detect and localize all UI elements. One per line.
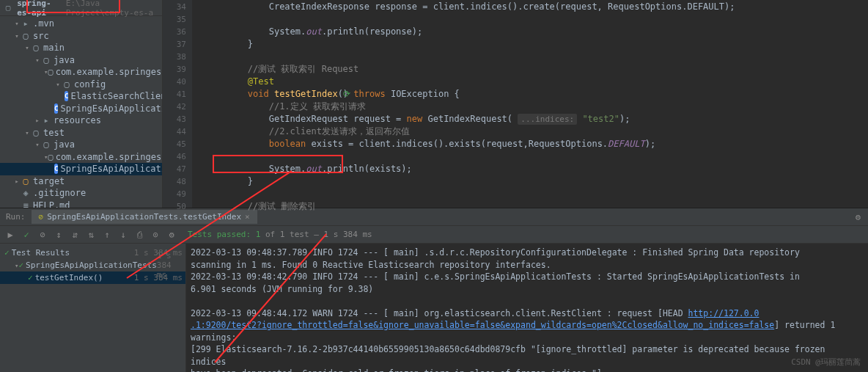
check-icon[interactable]: ✓ bbox=[21, 229, 32, 241]
code-l38 bbox=[205, 51, 868, 63]
line-number: 35 bbox=[163, 13, 186, 26]
test-icon: ⊘ bbox=[39, 212, 44, 222]
test-tree[interactable]: ✓ Test Results 1 s 384 ms ▾ ✓ SpringEsAp… bbox=[0, 244, 186, 372]
line-number: 38 bbox=[163, 51, 186, 63]
line-number: 40 bbox=[163, 76, 186, 88]
sort-icon[interactable]: ↕ bbox=[53, 229, 65, 241]
run-toolbar: ▶ ✓ ⊘ ↕ ⇵ ⇅ ↑ ↓ ⎙ ⊙ ⚙ Tests passed: 1 of… bbox=[0, 226, 868, 244]
pkg-icon: ▢ bbox=[48, 152, 53, 162]
code-l42: //1.定义 获取索引请求 bbox=[205, 101, 868, 113]
console-line: .1:9200/test2?ignore_throttled=false&ign… bbox=[191, 319, 864, 343]
watermark: CSDN @玛丽莲茼蒿 bbox=[791, 357, 861, 368]
pkg-icon: ▢ bbox=[62, 79, 72, 90]
ok-icon: ✓ bbox=[4, 248, 10, 258]
line-number: 37 bbox=[163, 38, 186, 51]
code-l48: } bbox=[205, 175, 868, 188]
class-icon: C bbox=[54, 103, 58, 114]
ok-icon: ✓ bbox=[28, 273, 33, 282]
next-icon[interactable]: ↓ bbox=[117, 229, 129, 241]
tree-item-java[interactable]: ▾▢java bbox=[0, 139, 162, 151]
src-icon: ▢ bbox=[31, 43, 41, 53]
settings-icon[interactable]: ⚙ bbox=[166, 229, 177, 241]
gear-icon[interactable]: ⚙ bbox=[856, 212, 861, 222]
export-icon[interactable]: ⎙ bbox=[133, 229, 145, 241]
src-icon: ▢ bbox=[21, 31, 31, 41]
test-method-row[interactable]: ✓ testGetIndex() 1 s 384 ms bbox=[0, 271, 185, 284]
folder-icon: ▢ bbox=[4, 3, 12, 13]
console-line: [299 Elasticsearch-7.16.2-2b937c44140b65… bbox=[191, 343, 864, 368]
tree-item-resources[interactable]: ▸▸resources bbox=[0, 114, 162, 127]
run-panel: Run: ⊘ SpringEsApiApplicationTests.testG… bbox=[0, 208, 868, 372]
tree-label: java bbox=[54, 139, 75, 150]
tree-label: com.example.springesapi bbox=[56, 152, 162, 162]
chevron-icon: ▾ bbox=[13, 20, 21, 27]
chevron-icon: ▾ bbox=[54, 81, 62, 88]
chevron-icon: ▾ bbox=[34, 56, 41, 64]
tree-item--mvn[interactable]: ▾▸.mvn bbox=[0, 18, 162, 30]
tree-item-src[interactable]: ▾▢src bbox=[0, 30, 162, 43]
file-icon: ≡ bbox=[21, 200, 31, 208]
tree-label: HELP.md bbox=[33, 200, 70, 208]
ok-icon: ✓ bbox=[18, 260, 23, 270]
project-name: spring-es-api bbox=[17, 0, 63, 18]
tree-label: .gitignore bbox=[33, 188, 86, 198]
project-sidebar: ▢ spring-es-api E:\Java Project\empty-es… bbox=[0, 0, 163, 208]
git-icon: ◈ bbox=[21, 188, 31, 198]
tree-item-target[interactable]: ▸▢target bbox=[0, 175, 162, 188]
close-icon[interactable]: × bbox=[245, 212, 250, 222]
url-link[interactable]: .1:9200/test2?ignore_throttled=false&ign… bbox=[191, 320, 774, 330]
console-line: 2022-03-13 09:48:44.172 WARN 1724 --- [ … bbox=[191, 307, 864, 320]
chevron-icon: ▾ bbox=[23, 129, 31, 136]
tree-item-help-md[interactable]: ≡HELP.md bbox=[0, 200, 162, 208]
line-number: 41 bbox=[163, 88, 186, 101]
breadcrumb: ▢ spring-es-api E:\Java Project\empty-es… bbox=[0, 0, 162, 16]
project-tree[interactable]: ▾▸.mvn▾▢src▾▢main▾▢java▾▢com.example.spr… bbox=[0, 16, 162, 208]
class-icon: C bbox=[65, 91, 68, 101]
url-link[interactable]: http://127.0.0 bbox=[688, 308, 760, 318]
tree-item-springesapiapplication[interactable]: CSpringEsApiApplication bbox=[0, 103, 162, 115]
tree-item-com-example-springesapi[interactable]: ▾▢com.example.springesapi bbox=[0, 151, 162, 164]
line-number: 49 bbox=[163, 188, 186, 200]
code-editor[interactable]: 3435363738394041424344454647484950 Creat… bbox=[163, 0, 868, 208]
tree-label: SpringEsApiApplicationTes bbox=[60, 164, 162, 174]
code-l40: @Test bbox=[205, 76, 868, 88]
test-class-row[interactable]: ▾ ✓ SpringEsApiApplicationTests 1 s 384 … bbox=[0, 259, 185, 271]
tree-label: target bbox=[33, 176, 65, 186]
class-icon: C bbox=[54, 164, 58, 174]
tree-item-elasticsearchclientconf[interactable]: CElasticSearchClientConf bbox=[0, 90, 162, 103]
test-status: Tests passed: 1 of 1 test – 1 s 384 ms bbox=[188, 230, 372, 239]
tree-item-com-example-springesapi[interactable]: ▾▢com.example.springesapi bbox=[0, 66, 162, 79]
filter-fail-icon[interactable]: ⊘ bbox=[37, 229, 48, 241]
line-gutter: 3435363738394041424344454647484950 bbox=[163, 0, 192, 208]
tree-item-java[interactable]: ▾▢java bbox=[0, 54, 162, 67]
tree-label: main bbox=[43, 43, 65, 53]
rerun-icon[interactable]: ▶ bbox=[4, 229, 16, 241]
tree-item-test[interactable]: ▾▢test bbox=[0, 127, 162, 139]
test-method-time: 1 s 384 ms bbox=[134, 273, 183, 282]
console-output[interactable]: 2022-03-13 09:48:37.789 INFO 1724 --- [ … bbox=[186, 244, 868, 372]
collapse-icon[interactable]: ⇅ bbox=[85, 229, 97, 241]
expand-icon[interactable]: ⇵ bbox=[69, 229, 81, 241]
code-area[interactable]: CreateIndexResponse response = client.in… bbox=[192, 0, 868, 208]
prev-icon[interactable]: ↑ bbox=[101, 229, 113, 241]
tree-item-main[interactable]: ▾▢main bbox=[0, 42, 162, 54]
tree-item-config[interactable]: ▾▢config bbox=[0, 79, 162, 91]
chevron-icon: ▾ bbox=[13, 32, 21, 40]
code-l47: System.out.println(exists); bbox=[205, 163, 868, 175]
code-l37: } bbox=[205, 38, 868, 51]
tree-item-springesapiapplicationtes[interactable]: CSpringEsApiApplicationTes bbox=[0, 163, 162, 175]
tests-passed: Tests passed: 1 bbox=[188, 230, 260, 239]
history-icon[interactable]: ⊙ bbox=[150, 229, 161, 241]
chevron-icon: ▾ bbox=[23, 44, 31, 51]
code-l46 bbox=[205, 150, 868, 163]
chevron-icon: ▾ bbox=[34, 141, 41, 148]
tree-label: com.example.springesapi bbox=[56, 67, 162, 77]
line-number: 39 bbox=[163, 63, 186, 76]
project-path: E:\Java Project\empty-es-a bbox=[66, 0, 158, 18]
tree-label: test bbox=[43, 128, 65, 138]
console-line bbox=[191, 295, 864, 307]
code-l35 bbox=[205, 13, 868, 26]
run-marker-icon[interactable]: ⟳ bbox=[343, 89, 350, 99]
tree-item--gitignore[interactable]: ◈.gitignore bbox=[0, 187, 162, 200]
tree-label: ElasticSearchClientConf bbox=[70, 91, 162, 101]
